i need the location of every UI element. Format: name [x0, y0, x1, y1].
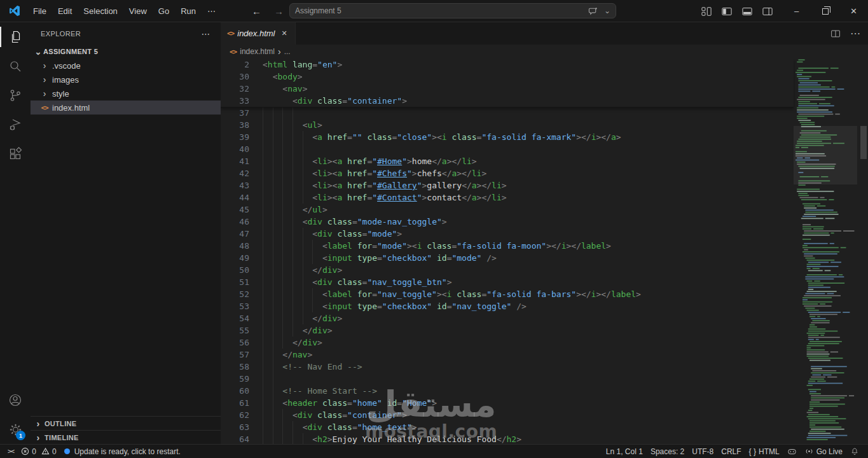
- more-actions-icon[interactable]: ⋯: [850, 27, 860, 39]
- chevron-right-icon: ›: [39, 89, 50, 98]
- explorer-item-style[interactable]: ›style: [31, 87, 221, 101]
- code-line-49: 49 <input type="checkbox" id="mode" />: [221, 252, 794, 264]
- menu-go[interactable]: Go: [153, 0, 175, 22]
- customize-layout-icon[interactable]: [700, 5, 713, 18]
- line-number: 47: [221, 228, 263, 240]
- menu-run[interactable]: Run: [175, 0, 202, 22]
- toggle-panel-icon[interactable]: [741, 5, 754, 18]
- line-number: 49: [221, 252, 263, 264]
- code-line-40: 40: [221, 143, 794, 155]
- code-line-32: 32 <nav>: [221, 83, 794, 95]
- breadcrumb-file[interactable]: index.html: [240, 47, 275, 56]
- code-line-39: 39 <a href="" class="close"><i class="fa…: [221, 131, 794, 143]
- explorer-item--vscode[interactable]: ›.vscode: [31, 59, 221, 73]
- code-line-63: 63 <div class="home_text">: [221, 421, 794, 433]
- line-number: 55: [221, 324, 263, 337]
- line-number: 64: [221, 433, 263, 444]
- code-line-content: <nav>: [263, 83, 794, 95]
- settings-button[interactable]: 1: [0, 415, 31, 444]
- tab-index-html[interactable]: <> index.html ✕: [221, 22, 296, 45]
- html-file-icon: <>: [39, 104, 50, 112]
- vertical-scrollbar[interactable]: [859, 59, 868, 444]
- update-icon: [64, 448, 70, 454]
- explorer-item-index-html[interactable]: <>index.html: [31, 101, 221, 114]
- menu-selection[interactable]: Selection: [78, 0, 123, 22]
- code-line-47: 47 <div class="mode">: [221, 228, 794, 240]
- file-tree: ›.vscode›images›style<>index.html: [31, 59, 221, 114]
- code-line-content: [263, 373, 794, 385]
- menu-file[interactable]: File: [27, 0, 52, 22]
- code-editor[interactable]: 37 38 <ul>39 <a href="" class="close"><i…: [221, 59, 868, 444]
- maximize-button[interactable]: [811, 0, 839, 22]
- explorer-item-images[interactable]: ›images: [31, 73, 221, 87]
- code-line-33: 33 <div class="container">: [221, 95, 794, 107]
- code-line-content: [263, 107, 794, 119]
- indentation-setting[interactable]: Spaces: 2: [647, 445, 688, 458]
- chat-icon[interactable]: [588, 6, 598, 16]
- sidebar-section-outline[interactable]: ›OUTLINE: [31, 416, 221, 430]
- toggle-secondary-sidebar-icon[interactable]: [761, 5, 774, 18]
- tab-bar: <> index.html ✕ ⋯: [221, 22, 868, 45]
- cursor-position[interactable]: Ln 1, Col 1: [602, 445, 647, 458]
- menu-edit[interactable]: Edit: [52, 0, 78, 22]
- accounts-button[interactable]: [0, 385, 31, 415]
- line-number: 63: [221, 421, 263, 433]
- breadcrumb: <> index.html › ...: [221, 45, 868, 59]
- go-live-button[interactable]: Go Live: [801, 445, 846, 458]
- command-center-search[interactable]: Assignment 5 ⌄: [289, 3, 616, 18]
- code-line-42: 42 <li><a href="#Chefs">chefs</a></li>: [221, 167, 794, 179]
- code-line-41: 41 <li><a href="#Home">home</a></li>: [221, 155, 794, 167]
- back-arrow-button[interactable]: ←: [252, 6, 261, 17]
- scrollbar-thumb[interactable]: [860, 126, 867, 159]
- search-activity-button[interactable]: [0, 52, 31, 81]
- minimap[interactable]: [794, 59, 857, 444]
- account-icon: [8, 392, 23, 408]
- source-control-activity-button[interactable]: [0, 81, 31, 110]
- code-line-content: <html lang="en">: [263, 59, 794, 71]
- code-line-content: <header class="home" id="Home">: [263, 397, 794, 409]
- status-bar: >< 0 0 Update is ready, click to restart…: [0, 444, 868, 458]
- line-number: 38: [221, 119, 263, 131]
- eol-setting[interactable]: CRLF: [717, 445, 745, 458]
- code-line-content: </div>: [263, 337, 794, 349]
- code-line-content: <a href="" class="close"><i class="fa-so…: [263, 131, 794, 143]
- menu-view[interactable]: View: [123, 0, 153, 22]
- toggle-primary-sidebar-icon[interactable]: [720, 5, 733, 18]
- explorer-root-folder[interactable]: ⌄ ASSIGNMENT 5: [31, 45, 221, 59]
- code-line-content: <li><a href="#Gallery">gallery</a></li>: [263, 179, 794, 191]
- update-notification[interactable]: Update is ready, click to restart.: [60, 445, 184, 458]
- settings-badge: 1: [16, 431, 25, 440]
- remote-indicator[interactable]: ><: [4, 445, 17, 458]
- minimize-button[interactable]: –: [782, 0, 811, 22]
- code-line-43: 43 <li><a href="#Gallery">gallery</a></l…: [221, 179, 794, 191]
- line-number: 53: [221, 300, 263, 312]
- notifications-button[interactable]: [846, 445, 863, 458]
- minimap-slider[interactable]: [794, 126, 857, 184]
- line-number: 33: [221, 95, 263, 107]
- menu-bar: FileEditSelectionViewGoRun⋯: [27, 0, 221, 22]
- menu-more[interactable]: ⋯: [202, 0, 221, 22]
- line-number: 42: [221, 167, 263, 179]
- breadcrumb-more[interactable]: ...: [284, 47, 291, 56]
- sidebar-section-timeline[interactable]: ›TIMELINE: [31, 430, 221, 444]
- run-debug-activity-button[interactable]: [0, 110, 31, 139]
- line-number: 56: [221, 337, 263, 349]
- explorer-activity-button[interactable]: [0, 22, 31, 52]
- line-number: 40: [221, 143, 263, 155]
- copilot-status[interactable]: [783, 445, 801, 458]
- encoding-setting[interactable]: UTF-8: [688, 445, 717, 458]
- line-number: 43: [221, 179, 263, 191]
- title-bar: FileEditSelectionViewGoRun⋯ ← → Assignme…: [0, 0, 868, 22]
- forward-arrow-button[interactable]: →: [274, 6, 284, 17]
- language-mode[interactable]: { } HTML: [745, 445, 783, 458]
- split-editor-icon[interactable]: [830, 28, 841, 39]
- chevron-down-icon[interactable]: ⌄: [604, 6, 610, 15]
- close-window-button[interactable]: ✕: [839, 0, 868, 22]
- tab-close-icon[interactable]: ✕: [280, 28, 289, 39]
- vscode-logo: [8, 4, 21, 17]
- html-file-icon: <>: [227, 29, 234, 38]
- problems-indicator[interactable]: 0 0: [17, 445, 60, 458]
- extensions-activity-button[interactable]: [0, 139, 31, 169]
- explorer-more-actions-icon[interactable]: ⋯: [202, 29, 210, 39]
- code-line-61: 61 <header class="home" id="Home">: [221, 397, 794, 409]
